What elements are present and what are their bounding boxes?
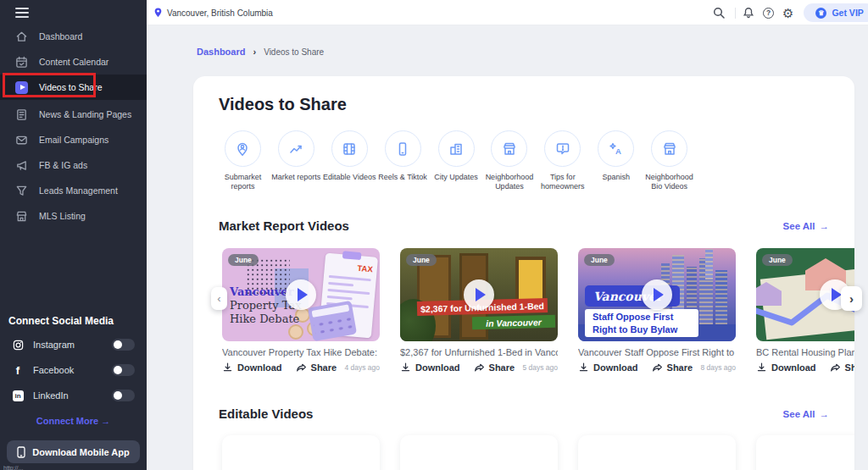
market-video-carousel: June Vancouver Property Tax Hike Debate … [222,248,854,373]
document-icon [15,108,28,121]
category-neighborhood-updates[interactable]: Neighborhood Updates [482,130,536,191]
video-actions: Download Share 4 days ago [222,362,380,373]
video-thumbnail[interactable]: June $2,367 for Unfurnished 1-Bed in Van… [400,248,558,341]
hamburger-menu-icon[interactable] [15,8,29,18]
category-editable-videos[interactable]: Editable Videos [323,130,376,191]
search-icon[interactable] [713,7,725,19]
category-submarket-reports[interactable]: Submarket reports [216,130,270,191]
download-icon [400,362,411,373]
instagram-toggle[interactable] [112,339,135,351]
sidebar-item-label: Videos to Share [39,82,103,92]
sidebar-item-dashboard[interactable]: Dashboard [0,24,147,49]
video-card-placeholder[interactable] [222,435,380,470]
phone-icon [17,446,25,458]
social-row-instagram: Instagram [0,334,147,356]
see-all-market-link[interactable]: See All → [783,221,829,231]
linkedin-toggle[interactable] [112,390,135,401]
connect-social-media-heading: Connect Social Media [8,315,114,327]
category-spanish[interactable]: A Spanish [589,130,643,191]
sidebar-item-label: News & Landing Pages [39,109,131,119]
line-chart-icon [287,141,304,158]
sidebar-item-content-calendar[interactable]: Content Calendar [0,49,147,75]
video-card-placeholder[interactable] [400,435,558,470]
month-badge: June [762,254,793,266]
sidebar-item-news-landing-pages[interactable]: News & Landing Pages [0,102,147,127]
editable-videos-header: Editable Videos See All → [219,406,829,421]
category-neighborhood-bio-videos[interactable]: Neighborhood Bio Videos [643,130,696,191]
category-market-reports[interactable]: Market reports [270,130,323,191]
translate-icon: A [608,141,625,158]
play-button-icon[interactable] [464,279,494,310]
video-thumbnail[interactable]: June Vancouver Property Tax Hike Debate … [222,248,380,341]
sidebar-item-email-campaigns[interactable]: Email Campaigns [0,127,147,152]
month-badge: June [228,254,259,266]
share-icon [652,362,663,373]
download-icon [222,362,233,373]
location-selector[interactable]: Vancouver, British Columbia [153,0,273,25]
arrow-right-icon: → [820,409,830,419]
category-tips-for-homeowners[interactable]: Tips for homeowners [536,130,589,191]
linkedin-icon: in [12,390,24,401]
sidebar-item-mls-listing[interactable]: MLS Listing [0,203,147,229]
sidebar-item-leads-management[interactable]: Leads Management [0,178,147,203]
posted-age: 4 days ago [344,363,380,372]
download-button[interactable]: Download [222,362,282,373]
topbar-actions: ? ⚙ ♛ Get VIP [713,0,868,25]
sidebar: Dashboard Content Calendar Videos to Sha… [0,0,147,470]
see-all-editable-link[interactable]: See All → [783,409,829,419]
sidebar-item-label: FB & IG ads [39,160,87,170]
video-thumbnail[interactable]: June [756,248,854,341]
video-actions: Download Share 8 days ago [578,362,736,373]
download-button[interactable]: Download [400,362,460,373]
building-icon [15,210,28,223]
breadcrumb: Dashboard › Videos to Share [197,47,324,57]
get-vip-button[interactable]: ♛ Get VIP [804,3,868,22]
video-thumbnail[interactable]: June Vancouver Staff Oppose First Right … [578,248,736,341]
storefront-icon [501,141,518,158]
sidebar-item-label: Email Campaigns [39,135,108,145]
sidebar-item-fb-ig-ads[interactable]: FB & IG ads [0,152,147,178]
share-button[interactable]: Share [474,362,515,373]
divider [735,8,736,19]
social-label: Facebook [33,365,74,375]
carousel-next-button[interactable]: › [841,286,862,311]
topbar: Vancouver, British Columbia ? ⚙ ♛ Get VI… [147,0,868,25]
download-button[interactable]: Download [578,362,638,373]
megaphone-icon [15,159,28,172]
help-icon[interactable]: ? [763,8,774,19]
breadcrumb-dashboard-link[interactable]: Dashboard [197,47,245,57]
thumb-banner: Staff Oppose First Right to Buy Bylaw [585,309,698,337]
play-button-icon[interactable] [642,279,672,310]
video-card-placeholder[interactable] [578,435,736,470]
posted-age: 5 days ago [522,363,558,372]
sidebar-item-label: Leads Management [39,185,118,196]
video-card-placeholder[interactable] [756,435,854,470]
download-mobile-app-button[interactable]: Download Mobile App [7,440,140,463]
share-button[interactable]: Share [296,362,337,373]
share-button[interactable]: Share [830,362,854,373]
connect-more-link[interactable]: Connect More → [0,416,147,426]
download-icon [756,362,767,373]
notifications-bell-icon[interactable] [743,7,754,19]
page-title: Videos to Share [219,95,347,114]
section-title: Market Report Videos [219,218,349,233]
carousel-prev-button[interactable]: ‹ [211,287,227,310]
sidebar-item-videos-to-share[interactable]: Videos to Share [0,75,147,100]
vip-crown-icon: ♛ [815,8,826,19]
chevron-left-icon: ‹ [217,292,220,305]
play-button-icon[interactable] [286,279,316,310]
svg-text:A: A [615,147,621,156]
facebook-toggle[interactable] [112,364,135,376]
funnel-icon [15,185,28,197]
download-button[interactable]: Download [756,362,816,373]
facebook-icon: f [12,364,24,376]
share-button[interactable]: Share [652,362,693,373]
category-reels-tiktok[interactable]: Reels & Tiktok [376,130,430,191]
phone-icon [394,141,411,158]
location-pin-icon [153,7,163,19]
settings-gear-icon[interactable]: ⚙ [782,7,793,19]
clipped-footer-link[interactable]: http://... [3,465,143,470]
posted-age: 8 days ago [700,363,736,372]
arrow-right-icon: → [820,221,830,231]
category-city-updates[interactable]: City Updates [430,130,483,191]
